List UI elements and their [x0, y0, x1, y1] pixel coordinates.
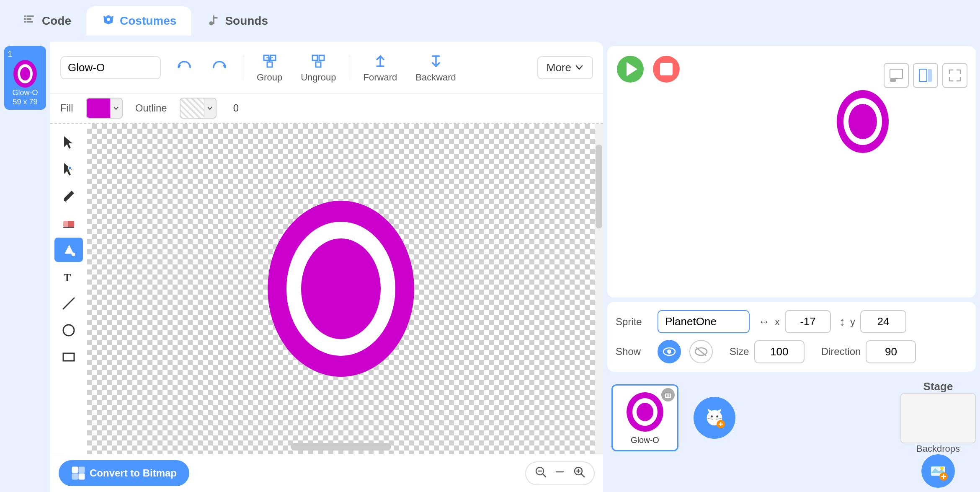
- arrow-icon: [62, 135, 76, 150]
- sprites-section: Glow-O: [603, 376, 896, 492]
- forward-button[interactable]: Forward: [358, 49, 402, 86]
- svg-rect-62: [928, 69, 932, 82]
- svg-point-38: [63, 325, 74, 336]
- reshape-tool-btn[interactable]: [54, 157, 83, 181]
- show-hidden-btn[interactable]: [689, 340, 713, 363]
- green-flag-button[interactable]: [616, 54, 645, 86]
- layout-small-btn[interactable]: [884, 63, 909, 88]
- stop-button[interactable]: [652, 54, 681, 86]
- convert-to-bitmap-button[interactable]: Convert to Bitmap: [59, 460, 189, 486]
- sprite-label: Sprite: [616, 316, 649, 328]
- svg-rect-4: [24, 21, 26, 23]
- y-input[interactable]: [860, 310, 906, 333]
- fill-tool-btn[interactable]: [54, 238, 83, 262]
- circle-icon: [62, 323, 76, 337]
- ungroup-label: Ungroup: [301, 72, 336, 83]
- size-input[interactable]: [754, 340, 805, 363]
- show-row: Show Size: [616, 340, 967, 363]
- fill-label: Fill: [60, 102, 73, 114]
- add-sprite-button[interactable]: [694, 397, 735, 439]
- stage-backdrop-col: Stage Backdrops: [896, 376, 980, 492]
- tab-code[interactable]: Code: [8, 6, 86, 36]
- svg-text:T: T: [64, 272, 71, 284]
- costume-name-input[interactable]: [60, 56, 161, 79]
- eraser-tool-btn[interactable]: [54, 211, 83, 235]
- fill-color-swatch[interactable]: [86, 98, 123, 119]
- show-visible-btn[interactable]: [658, 340, 681, 363]
- more-button[interactable]: More: [537, 56, 593, 79]
- layout-buttons: [884, 63, 967, 88]
- svg-point-94: [940, 466, 944, 470]
- x-input[interactable]: [785, 310, 831, 333]
- add-backdrop-button[interactable]: [921, 454, 955, 488]
- svg-rect-46: [79, 474, 85, 479]
- editor-toolbar: Group Ungroup Forward: [50, 42, 603, 93]
- brush-icon: [62, 189, 76, 203]
- delete-sprite-btn[interactable]: [661, 388, 675, 401]
- layout-side-btn[interactable]: [913, 63, 938, 88]
- sprites-row: Glow-O: [607, 380, 892, 456]
- reshape-icon: [62, 162, 76, 176]
- canvas-scrollbar[interactable]: [291, 443, 391, 451]
- backward-button[interactable]: Backward: [410, 49, 461, 86]
- outline-color-swatch[interactable]: [180, 98, 217, 119]
- eye-icon: [662, 344, 677, 359]
- ungroup-button[interactable]: Ungroup: [296, 49, 341, 86]
- sprite-thumb-label: Glow-O: [631, 435, 659, 445]
- tab-costumes[interactable]: Costumes: [86, 6, 191, 36]
- costume-item[interactable]: 1 Glow-O 59 x 79: [4, 46, 46, 110]
- bitmap-icon: [71, 466, 85, 480]
- canvas-vertical-scrollbar[interactable]: [595, 124, 603, 454]
- undo-button[interactable]: [169, 55, 198, 80]
- direction-input[interactable]: [866, 340, 916, 363]
- drawing-canvas[interactable]: [87, 124, 595, 454]
- svg-rect-39: [63, 353, 74, 361]
- chevron-down-icon: [575, 63, 584, 72]
- zoom-reset-button[interactable]: [554, 466, 566, 481]
- fill-icon: [62, 243, 76, 257]
- canvas-content: [87, 124, 595, 454]
- svg-rect-60: [890, 79, 896, 82]
- stage-sprite: [833, 88, 892, 155]
- tab-sounds[interactable]: Sounds: [191, 6, 283, 36]
- svg-rect-33: [68, 221, 74, 228]
- zoom-in-button[interactable]: [573, 466, 585, 481]
- svg-point-42: [301, 238, 381, 339]
- sprite-thumb-item[interactable]: Glow-O: [611, 384, 678, 451]
- rect-tool-btn[interactable]: [54, 345, 83, 369]
- line-icon: [62, 296, 76, 311]
- redo-button[interactable]: [206, 55, 235, 80]
- rect-icon: [62, 350, 76, 364]
- stage-top-controls: [607, 54, 976, 86]
- fullscreen-icon: [948, 68, 962, 83]
- select-tool-btn[interactable]: [54, 130, 83, 155]
- sprite-name-input[interactable]: [658, 310, 750, 333]
- layout-full-btn[interactable]: [942, 63, 967, 88]
- stage-flags: [616, 54, 681, 86]
- circle-tool-btn[interactable]: [54, 318, 83, 342]
- svg-point-35: [72, 253, 75, 256]
- fill-dropdown-btn[interactable]: [110, 98, 122, 118]
- svg-rect-58: [660, 63, 673, 75]
- brush-tool-btn[interactable]: [54, 184, 83, 208]
- group-button[interactable]: Group: [252, 49, 287, 86]
- stage-backdrop-thumb: [900, 393, 976, 443]
- backward-label: Backward: [415, 72, 456, 83]
- green-flag-icon: [616, 54, 645, 84]
- outline-value: 0: [233, 102, 239, 114]
- direction-group: Direction: [821, 340, 916, 363]
- svg-rect-22: [319, 55, 324, 60]
- toolbar-separator-2: [350, 55, 350, 80]
- sprites-and-stage-row: Glow-O: [603, 376, 980, 492]
- redo-icon: [211, 58, 230, 77]
- svg-rect-3: [27, 18, 31, 20]
- text-tool-btn[interactable]: T: [54, 264, 83, 289]
- outline-dropdown-btn[interactable]: [204, 98, 216, 118]
- zoom-out-icon: [534, 466, 547, 478]
- zoom-out-button[interactable]: [534, 466, 547, 481]
- line-tool-btn[interactable]: [54, 291, 83, 316]
- x-arrows-icon: ↔: [758, 315, 770, 329]
- svg-rect-21: [312, 55, 317, 60]
- sprite-thumb-image: [624, 391, 666, 433]
- convert-btn-label: Convert to Bitmap: [90, 467, 177, 479]
